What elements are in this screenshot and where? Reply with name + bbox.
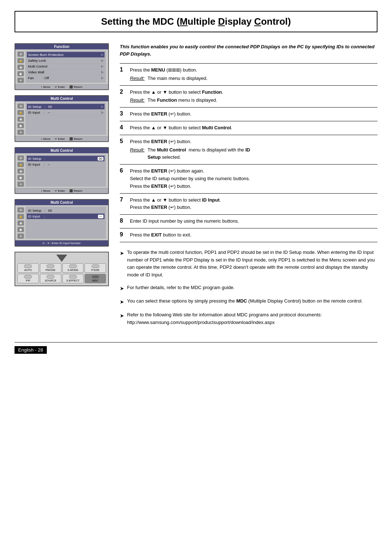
step-9-content: Press the EXIT button to exit. bbox=[130, 228, 377, 242]
icon-tool: ✦ bbox=[17, 78, 24, 83]
screen-3-body: ⚙ 🔒 ◉ ▣ ✦ ID Setup : 00 ID Input : -- bbox=[15, 153, 108, 188]
step-9-num: 9 bbox=[120, 228, 130, 242]
screen-2-item-1: ID Setup : 00▷ bbox=[27, 104, 105, 110]
remote-btn-auto: AUTO bbox=[17, 263, 39, 273]
notes-section: ➤ To operate the multi control function,… bbox=[120, 249, 377, 327]
screen-1-item-5: Fan : Off▷ bbox=[27, 75, 105, 81]
note-1: ➤ To operate the multi control function,… bbox=[120, 249, 377, 279]
screen-2-header: Multi Control bbox=[15, 96, 108, 101]
page-title: Setting the MDC (Multiple Display Contro… bbox=[23, 16, 369, 27]
footer-enter: ↵ Enter bbox=[55, 85, 65, 89]
remote-btn-pmode-label: PMODE bbox=[45, 268, 56, 272]
screen-4-header: Multi Control bbox=[15, 200, 108, 205]
screen-3-item-1: ID Setup : 00 bbox=[27, 156, 105, 162]
step-2-result: Result: The Function menu is displayed. bbox=[130, 97, 377, 104]
step-2-result-text: The Function menu is displayed. bbox=[147, 97, 217, 104]
step-1-num: 1 bbox=[120, 64, 130, 86]
step-7-enter-key: ENTER bbox=[151, 204, 167, 210]
step-7-content: Press the ▲ or ▼ button to select ID Inp… bbox=[130, 193, 377, 215]
remote-btn-seffect-label: S.EFFECT bbox=[66, 279, 79, 282]
step-6-content: Press the ENTER (↵) button again. Select… bbox=[130, 165, 377, 193]
remote-btn-psize: P.SIZE bbox=[85, 263, 106, 273]
step-row-4: 4 Press the ▲ or ▼ button to select Mult… bbox=[120, 121, 377, 135]
remote-btn-source-label: SOURCE bbox=[45, 279, 56, 282]
screen-2: Multi Control ⚙ 🔒 ◉ ▣ ✦ ID Setup : 00▷ I… bbox=[15, 95, 109, 142]
icon-s3-5: ✦ bbox=[17, 182, 24, 187]
step-5-result-text: The Multi Control menu is displayed with… bbox=[147, 146, 250, 162]
icon-s3-3: ◉ bbox=[17, 169, 24, 174]
screen-4-footer-text: 0 .. 9 : Enter ID Input Number bbox=[43, 242, 81, 245]
step-row-8: 8 Enter ID input number by using the num… bbox=[120, 215, 377, 228]
step-7-idinput-key: ID Input bbox=[202, 197, 219, 203]
step-9-exit-key: EXIT bbox=[151, 232, 162, 238]
step-8-content: Enter ID input number by using the numer… bbox=[130, 215, 377, 228]
step-row-1: 1 Press the MENU (⊞⊞⊞) button. Result: T… bbox=[120, 64, 377, 86]
screen-4-item-2: ID Input : --- bbox=[27, 214, 105, 219]
note-4: ➤ Refer to the following Web site for in… bbox=[120, 311, 377, 327]
footer2-return: ⬛ Return bbox=[69, 137, 82, 141]
step-5-result: Result: The Multi Control menu is displa… bbox=[130, 146, 377, 162]
note-2-arrow: ➤ bbox=[120, 284, 124, 292]
icon-s2-4: ▣ bbox=[17, 123, 24, 128]
step-6-enter-key-2: ENTER bbox=[151, 183, 167, 189]
icon-s3-1: ⚙ bbox=[17, 155, 24, 161]
step-row-3: 3 Press the ENTER (↵) button. bbox=[120, 108, 377, 121]
step-5-mc-bold: Multi Control bbox=[157, 147, 186, 153]
icon-s2-1: ⚙ bbox=[17, 104, 24, 109]
remote-btn-psize-oval bbox=[91, 264, 99, 268]
screen-2-icons: ⚙ 🔒 ◉ ▣ ✦ bbox=[17, 103, 24, 135]
note-3: ➤ You can select these options by simply… bbox=[120, 297, 377, 306]
step-4-num: 4 bbox=[120, 121, 130, 135]
icon-s4-4: ▣ bbox=[17, 227, 24, 232]
icon-image: ▣ bbox=[17, 71, 24, 76]
remote-btn-pip-oval bbox=[24, 275, 32, 279]
step-6-enter-key-1: ENTER bbox=[151, 168, 167, 174]
remote-btn-auto-label: AUTO bbox=[24, 268, 32, 272]
step-5-content: Press the ENTER (↵) button. Result: The … bbox=[130, 135, 377, 164]
remote-btn-mdc: MDC bbox=[85, 274, 106, 283]
step-row-9: 9 Press the EXIT button to exit. bbox=[120, 228, 377, 242]
remote-btn-pip-label: PIP bbox=[26, 279, 30, 282]
icon-settings: ⚙ bbox=[17, 52, 24, 57]
icon-s2-5: ✦ bbox=[17, 130, 24, 135]
steps-table: 1 Press the MENU (⊞⊞⊞) button. Result: T… bbox=[120, 63, 377, 242]
footer2-enter: ↵ Enter bbox=[55, 137, 65, 141]
screen-3-item-2: ID Input : -- bbox=[27, 162, 105, 167]
step-1-menu-key: MENU bbox=[151, 67, 165, 73]
icon-s3-2: 🔒 bbox=[17, 162, 24, 167]
note-3-text: You can select these options by simply p… bbox=[127, 297, 377, 305]
note-1-arrow: ➤ bbox=[120, 249, 124, 257]
screen-2-body: ⚙ 🔒 ◉ ▣ ✦ ID Setup : 00▷ ID Input : --▷ bbox=[15, 101, 108, 136]
screen-3: Multi Control ⚙ 🔒 ◉ ▣ ✦ ID Setup : 00 ID… bbox=[15, 147, 109, 194]
step-row-2: 2 Press the ▲ or ▼ button to select Func… bbox=[120, 85, 377, 108]
screen-2-footer: ↕ Move ↵ Enter ⬛ Return bbox=[15, 136, 108, 141]
remote-btn-pmode-oval bbox=[46, 264, 54, 268]
step-2-content: Press the ▲ or ▼ button to select Functi… bbox=[130, 85, 377, 108]
note-3-mdc-bold: MDC bbox=[236, 298, 247, 304]
step-2-function-bold: Function bbox=[157, 97, 177, 103]
screen-3-header: Multi Control bbox=[15, 148, 108, 153]
step-1-result-text: The main menu is displayed. bbox=[147, 75, 207, 82]
page-footer: English - 28 bbox=[15, 342, 377, 354]
icon-globe: ◉ bbox=[17, 65, 24, 70]
step-2-result-label: Result: bbox=[130, 97, 144, 104]
step-8-num: 8 bbox=[120, 215, 130, 228]
screen-4-icons: ⚙ 🔒 ◉ ▣ ✦ bbox=[17, 207, 24, 239]
remote-btn-smode: S.MODE bbox=[62, 263, 84, 273]
step-3-enter-key: ENTER bbox=[151, 111, 167, 117]
left-column: Function ⚙ 🔒 ◉ ▣ ✦ Screen Burn Protectio… bbox=[15, 43, 109, 331]
note-3-arrow: ➤ bbox=[120, 298, 124, 306]
screen-1-item-1: Screen Burn Protection▷ bbox=[27, 52, 105, 58]
step-row-5: 5 Press the ENTER (↵) button. Result: Th… bbox=[120, 135, 377, 164]
step-1-result: Result: The main menu is displayed. bbox=[130, 75, 377, 82]
main-layout: Function ⚙ 🔒 ◉ ▣ ✦ Screen Burn Protectio… bbox=[15, 43, 377, 331]
step-6-num: 6 bbox=[120, 165, 130, 193]
note-4-arrow: ➤ bbox=[120, 312, 124, 320]
step-2-function-key: Function bbox=[202, 89, 222, 95]
footer-english-label: English - 28 bbox=[15, 346, 47, 354]
note-1-text: To operate the multi control function, P… bbox=[127, 249, 377, 279]
screen-3-menu: ID Setup : 00 ID Input : -- bbox=[25, 155, 106, 187]
remote-btn-auto-oval bbox=[24, 264, 32, 268]
remote-triangle bbox=[56, 255, 67, 262]
screen-1-item-2: Safety Lock▷ bbox=[27, 58, 105, 64]
